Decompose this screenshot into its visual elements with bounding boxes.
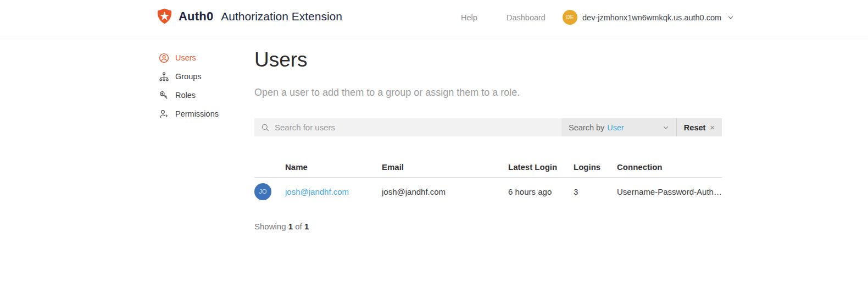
showing-current: 1 (288, 222, 293, 231)
search-by-label: Search by (569, 123, 604, 132)
search-icon (261, 123, 270, 132)
user-circle-icon (158, 52, 169, 63)
chevron-down-icon (663, 124, 669, 131)
search-box[interactable] (254, 118, 561, 136)
person-question-icon (158, 108, 169, 119)
keys-icon (158, 90, 169, 101)
user-name-link[interactable]: josh@jandhf.com (285, 187, 349, 196)
page-title: Users (254, 48, 308, 72)
pagination-summary: Showing 1 of 1 (254, 222, 309, 231)
hierarchy-icon (158, 71, 169, 82)
column-header-email: Email (382, 162, 508, 172)
sidebar-nav: Users Groups Roles (158, 52, 241, 127)
sidebar-item-users[interactable]: Users (158, 52, 241, 63)
page-subtitle: Open a user to add them to a group or as… (254, 87, 520, 98)
of-label: of (295, 222, 302, 231)
sidebar-item-label: Roles (175, 91, 196, 100)
sidebar-item-roles[interactable]: Roles (158, 90, 241, 101)
column-header-connection: Connection (617, 162, 722, 172)
sidebar-item-permissions[interactable]: Permissions (158, 108, 241, 119)
sidebar-item-label: Groups (175, 72, 202, 81)
search-by-dropdown[interactable]: Search by User (561, 118, 676, 136)
chevron-down-icon (727, 14, 734, 21)
search-toolbar: Search by User Reset × (254, 118, 722, 136)
sidebar-item-label: Permissions (175, 109, 219, 118)
main-content: Users Open a user to add them to a group… (254, 0, 722, 291)
showing-label: Showing (254, 222, 286, 231)
sidebar-item-label: Users (175, 53, 196, 62)
column-header-name: Name (285, 162, 382, 172)
auth0-shield-logo-icon (156, 8, 173, 25)
search-input[interactable] (275, 123, 555, 132)
column-header-logins: Logins (574, 162, 617, 172)
sidebar-item-groups[interactable]: Groups (158, 71, 241, 82)
brand-name: Auth0 (179, 9, 213, 24)
table-row: JO josh@jandhf.com josh@jandhf.com 6 hou… (254, 178, 722, 205)
close-icon: × (710, 123, 715, 132)
user-email-cell: josh@jandhf.com (382, 187, 508, 196)
reset-label: Reset (684, 123, 706, 132)
connection-cell: Username-Password-Auth… (617, 187, 722, 196)
logins-count-cell: 3 (574, 187, 617, 196)
search-by-value: User (607, 123, 624, 132)
table-header-row: Name Email Latest Login Logins Connectio… (254, 156, 722, 178)
user-avatar: JO (254, 183, 271, 200)
latest-login-cell: 6 hours ago (508, 187, 574, 196)
showing-total: 1 (304, 222, 309, 231)
reset-button[interactable]: Reset × (677, 118, 722, 136)
column-header-latest-login: Latest Login (508, 162, 574, 172)
